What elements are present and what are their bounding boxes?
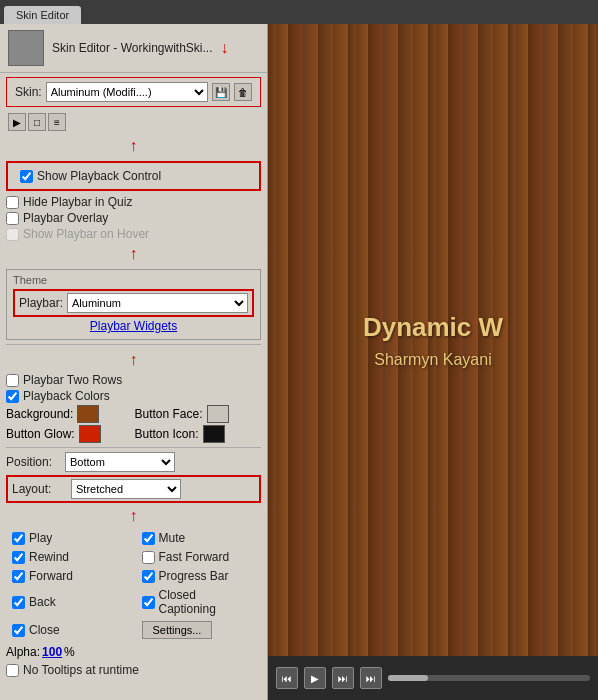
delete-icon[interactable]: 🗑 (234, 83, 252, 101)
save-icon[interactable]: 💾 (212, 83, 230, 101)
close-label: Close (29, 623, 60, 637)
toolbar-row: ▶ □ ≡ (0, 111, 267, 133)
show-playbar-hover-checkbox[interactable] (6, 228, 19, 241)
playbar-overlay-checkbox[interactable] (6, 212, 19, 225)
layout-label: Layout: (12, 482, 67, 496)
playbar-widgets-row: Playbar Widgets (13, 319, 254, 333)
position-label: Position: (6, 455, 61, 469)
button-icon-swatch[interactable] (203, 425, 225, 443)
show-playback-row: Show Playback Control (20, 169, 247, 183)
progress-bar-checkbox[interactable] (142, 570, 155, 583)
close-checkbox-row: Close (12, 621, 126, 639)
show-playback-label: Show Playback Control (37, 169, 161, 183)
closed-captioning-checkbox-row: Closed Captioning (142, 588, 256, 616)
play-checkbox-row: Play (12, 531, 126, 545)
playback-colors-checkbox[interactable] (6, 390, 19, 403)
mute-label: Mute (159, 531, 186, 545)
forward-checkbox-row: Forward (12, 569, 126, 583)
playbar-row: Playbar: Aluminum (13, 289, 254, 317)
video-title: Dynamic W (363, 312, 503, 343)
player-end-btn[interactable]: ⏭ (360, 667, 382, 689)
progress-track[interactable] (388, 675, 590, 681)
back-checkbox-row: Back (12, 588, 126, 616)
play-checkbox[interactable] (12, 532, 25, 545)
background-label: Background: (6, 407, 73, 421)
video-preview: Dynamic W Sharmyn Kayani (268, 24, 598, 656)
playbar-dropdown[interactable]: Aluminum (67, 293, 248, 313)
left-panel: Skin Editor - WorkingwithSki... ↓ Skin: … (0, 24, 268, 700)
header-title: Skin Editor - WorkingwithSki... (52, 41, 213, 55)
progress-fill (388, 675, 428, 681)
settings-row: Settings... (142, 621, 256, 639)
button-face-color-row: Button Face: (135, 405, 262, 423)
theme-group: Theme Playbar: Aluminum Playbar Widgets (6, 269, 261, 340)
arrow2-icon: ↑ (130, 245, 138, 263)
playbar-widgets-link[interactable]: Playbar Widgets (90, 319, 177, 333)
mute-checkbox[interactable] (142, 532, 155, 545)
no-tooltips-row: No Tooltips at runtime (6, 663, 261, 677)
progress-bar-label: Progress Bar (159, 569, 229, 583)
playbar-overlay-row: Playbar Overlay (6, 211, 261, 225)
arrow1-icon: ↑ (130, 137, 138, 155)
button-face-label: Button Face: (135, 407, 203, 421)
mute-checkbox-row: Mute (142, 531, 256, 545)
hide-playbar-quiz-row: Hide Playbar in Quiz (6, 195, 261, 209)
stop-mode-btn[interactable]: □ (28, 113, 46, 131)
skin-label: Skin: (15, 85, 42, 99)
rewind-label: Rewind (29, 550, 69, 564)
alpha-row: Alpha: 100 % (6, 645, 261, 659)
header-arrow-icon: ↓ (221, 39, 229, 57)
hide-playbar-quiz-checkbox[interactable] (6, 196, 19, 209)
hide-playbar-quiz-label: Hide Playbar in Quiz (23, 195, 132, 209)
playback-colors-label: Playback Colors (23, 389, 110, 403)
fast-forward-label: Fast Forward (159, 550, 230, 564)
play-mode-btn[interactable]: ▶ (8, 113, 26, 131)
settings-button[interactable]: Settings... (142, 621, 213, 639)
thumbnail (8, 30, 44, 66)
playbar-two-rows-label: Playbar Two Rows (23, 373, 122, 387)
theme-label: Theme (13, 274, 254, 286)
rewind-checkbox-row: Rewind (12, 550, 126, 564)
divider2 (6, 447, 261, 448)
player-prev-btn[interactable]: ⏮ (276, 667, 298, 689)
closed-captioning-checkbox[interactable] (142, 596, 155, 609)
show-playback-checkbox[interactable] (20, 170, 33, 183)
playbar-two-rows-checkbox[interactable] (6, 374, 19, 387)
show-playbar-hover-label: Show Playbar on Hover (23, 227, 149, 241)
header-section: Skin Editor - WorkingwithSki... ↓ (0, 24, 267, 73)
layout-row: Layout: Stretched (12, 479, 255, 499)
skin-dropdown[interactable]: Aluminum (Modifi....) (46, 82, 208, 102)
alpha-value[interactable]: 100 (42, 645, 62, 659)
play-label: Play (29, 531, 52, 545)
no-tooltips-label: No Tooltips at runtime (23, 663, 139, 677)
arrow3-icon: ↑ (130, 351, 138, 369)
forward-checkbox[interactable] (12, 570, 25, 583)
button-glow-label: Button Glow: (6, 427, 75, 441)
playbar-two-rows-row: Playbar Two Rows (6, 373, 261, 387)
button-glow-swatch[interactable] (79, 425, 101, 443)
background-color-row: Background: (6, 405, 133, 423)
rewind-checkbox[interactable] (12, 551, 25, 564)
background-swatch[interactable] (77, 405, 99, 423)
progress-bar-checkbox-row: Progress Bar (142, 569, 256, 583)
player-play-btn[interactable]: ▶ (304, 667, 326, 689)
list-mode-btn[interactable]: ≡ (48, 113, 66, 131)
layout-dropdown[interactable]: Stretched (71, 479, 181, 499)
layout-section: Layout: Stretched (6, 475, 261, 503)
back-checkbox[interactable] (12, 596, 25, 609)
checkboxes-grid: Play Mute Rewind Fast Forward Forward Pr… (6, 529, 261, 641)
button-face-swatch[interactable] (207, 405, 229, 423)
skin-editor-tab[interactable]: Skin Editor (4, 6, 81, 24)
button-glow-color-row: Button Glow: (6, 425, 133, 443)
closed-captioning-label: Closed Captioning (159, 588, 256, 616)
video-subtitle: Sharmyn Kayani (374, 351, 491, 369)
no-tooltips-checkbox[interactable] (6, 664, 19, 677)
fast-forward-checkbox[interactable] (142, 551, 155, 564)
button-icon-color-row: Button Icon: (135, 425, 262, 443)
playback-colors-row: Playback Colors (6, 389, 261, 403)
position-dropdown[interactable]: Bottom (65, 452, 175, 472)
skin-row: Skin: Aluminum (Modifi....) 💾 🗑 (6, 77, 261, 107)
close-checkbox[interactable] (12, 624, 25, 637)
player-next-btn[interactable]: ⏭ (332, 667, 354, 689)
player-controls: ⏮ ▶ ⏭ ⏭ (268, 656, 598, 700)
